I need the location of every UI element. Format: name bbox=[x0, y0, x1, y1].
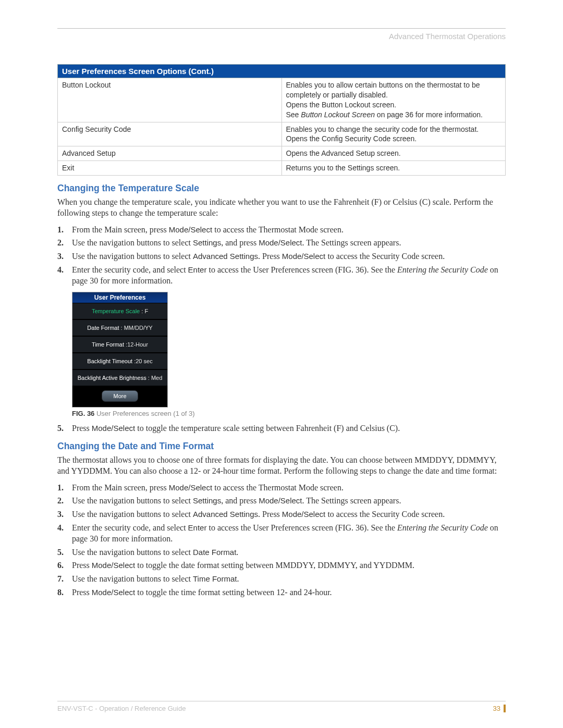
intro-date-time: The thermostat allows you to choose one … bbox=[57, 455, 506, 477]
step: 6.Press Mode/Select to toggle the date f… bbox=[57, 560, 506, 571]
figure-caption: FIG. 36 User Preferences screen (1 of 3) bbox=[72, 410, 506, 417]
device-button-row: More bbox=[72, 386, 167, 407]
footer: ENV-VST-C - Operation / Reference Guide … bbox=[57, 701, 506, 712]
heading-date-time: Changing the Date and Time Format bbox=[57, 441, 506, 452]
step: 1.From the Main screen, press Mode/Selec… bbox=[57, 224, 506, 236]
step: 4.Enter the security code, and select En… bbox=[57, 264, 506, 287]
device-row-backlight-brightness: Backlight Active Brightness : Med bbox=[72, 369, 167, 386]
step: 7.Use the navigation buttons to select T… bbox=[57, 573, 506, 585]
row-line: Opens the Button Lockout screen. bbox=[286, 100, 501, 110]
device-row-backlight-timeout: Backlight Timeout :20 sec bbox=[72, 353, 167, 369]
footer-doc: ENV-VST-C - Operation / Reference Guide bbox=[57, 705, 186, 712]
row-label: Config Security Code bbox=[58, 122, 282, 146]
step: 5.Use the navigation buttons to select D… bbox=[57, 547, 506, 558]
row-line: Enables you to allow certain buttons on … bbox=[286, 80, 501, 100]
heading-temp-scale: Changing the Temperature Scale bbox=[57, 183, 506, 194]
table-row: Exit Returns you to the Settings screen. bbox=[58, 161, 506, 176]
step: 3.Use the navigation buttons to select A… bbox=[57, 251, 506, 262]
device-row-date-format: Date Format : MM/DD/YY bbox=[72, 319, 167, 336]
device-row-temp-scale: Temperature Scale : F bbox=[72, 303, 167, 319]
table-row: Advanced Setup Opens the Advanced Setup … bbox=[58, 146, 506, 161]
row-label: Button Lockout bbox=[58, 78, 282, 122]
step: 2.Use the navigation buttons to select S… bbox=[57, 495, 506, 507]
step: 3.Use the navigation buttons to select A… bbox=[57, 509, 506, 520]
table-row: Config Security Code Enables you to chan… bbox=[58, 122, 506, 146]
row-desc: Enables you to allow certain buttons on … bbox=[282, 78, 506, 122]
step: 8.Press Mode/Select to toggle the time f… bbox=[57, 587, 506, 598]
steps-date-time: 1.From the Main screen, press Mode/Selec… bbox=[57, 482, 506, 598]
row-line: Opens the Config Security Code screen. bbox=[286, 134, 501, 144]
row-label: Exit bbox=[58, 161, 282, 176]
header-section: Advanced Thermostat Operations bbox=[57, 32, 506, 41]
page-number: 33 bbox=[493, 705, 506, 712]
steps-temp-scale: 1.From the Main screen, press Mode/Selec… bbox=[57, 224, 506, 287]
step: 2.Use the navigation buttons to select S… bbox=[57, 237, 506, 249]
more-button: More bbox=[102, 390, 138, 402]
page: Advanced Thermostat Operations User Pref… bbox=[0, 0, 563, 728]
row-label: Advanced Setup bbox=[58, 146, 282, 161]
top-rule bbox=[57, 28, 506, 29]
step: 1.From the Main screen, press Mode/Selec… bbox=[57, 482, 506, 493]
table-row: Button Lockout Enables you to allow cert… bbox=[58, 78, 506, 122]
device-screenshot: User Preferences Temperature Scale : F D… bbox=[72, 292, 168, 408]
user-preferences-table: User Preferences Screen Options (Cont.) … bbox=[57, 64, 506, 176]
device-row-time-format: Time Format :12-Hour bbox=[72, 336, 167, 353]
row-see: See Button Lockout Screen on page 36 for… bbox=[286, 110, 501, 120]
row-desc: Returns you to the Settings screen. bbox=[282, 161, 506, 176]
device-title: User Preferences bbox=[72, 292, 167, 303]
row-line: Enables you to change the security code … bbox=[286, 125, 501, 134]
intro-temp-scale: When you change the temperature scale, y… bbox=[57, 197, 506, 219]
row-desc: Opens the Advanced Setup screen. bbox=[282, 146, 506, 161]
row-desc: Enables you to change the security code … bbox=[282, 122, 506, 146]
steps-temp-scale-cont: 5.Press Mode/Select to toggle the temper… bbox=[57, 423, 506, 434]
table-title: User Preferences Screen Options (Cont.) bbox=[58, 65, 506, 78]
step: 5.Press Mode/Select to toggle the temper… bbox=[57, 423, 506, 434]
step: 4.Enter the security code, and select En… bbox=[57, 522, 506, 545]
